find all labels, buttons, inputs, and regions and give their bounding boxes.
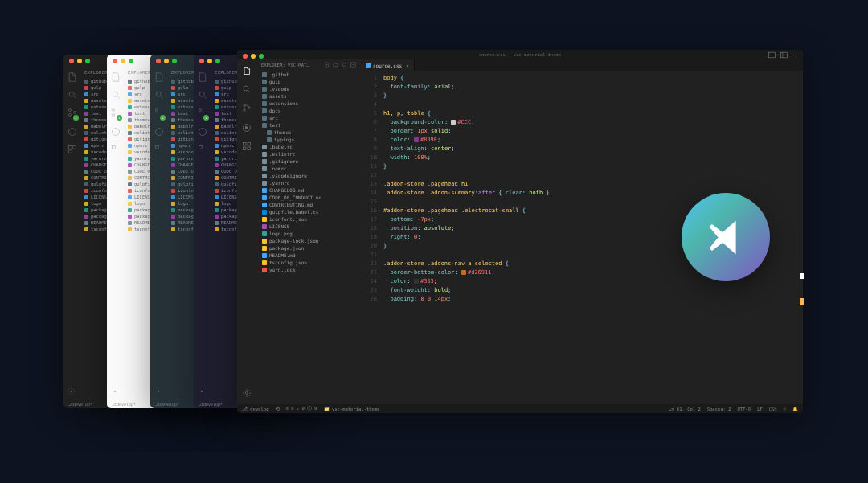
code-line[interactable]: h1, p, table {: [383, 109, 803, 118]
gear-icon: [111, 387, 119, 395]
file-tree-item[interactable]: test: [260, 121, 358, 129]
status-ln-col[interactable]: Ln 61, Col 2: [669, 407, 701, 411]
status-problems[interactable]: ⊘ 0 ⚠ 0 ⓘ 0: [286, 406, 317, 411]
status-eol[interactable]: LF: [757, 407, 763, 411]
maximize-window-icon[interactable]: [259, 54, 264, 59]
file-tree-item[interactable]: .eslintrc: [260, 150, 358, 158]
file-name: .yarnrc: [269, 179, 289, 186]
refresh-icon[interactable]: [342, 62, 347, 68]
code-line[interactable]: width: 100%;: [383, 153, 803, 162]
status-spaces[interactable]: Spaces: 2: [707, 407, 731, 411]
file-tree-item[interactable]: package-lock.json: [260, 237, 358, 244]
line-gutter: 1234567891011121314151617181920212223242…: [361, 74, 383, 404]
file-name: extensions: [269, 100, 298, 107]
line-number: 15: [361, 198, 377, 207]
code-line[interactable]: padding: 0 0 14px;: [383, 295, 803, 304]
new-file-icon[interactable]: [324, 62, 330, 68]
file-tree-item[interactable]: CODE_OF_CONDUCT.md: [260, 194, 358, 201]
more-icon[interactable]: [792, 51, 800, 59]
file-tree-item[interactable]: iconfont.json: [260, 215, 358, 223]
status-branch[interactable]: ⎇ develop: [242, 407, 269, 411]
code-line[interactable]: body {: [383, 74, 803, 83]
folder-icon: [262, 80, 267, 84]
file-tree-item[interactable]: package.json: [260, 244, 358, 252]
file-tree-item[interactable]: typings: [260, 136, 358, 143]
file-tree[interactable]: .githubgulp.vscodeassetsextensionsdocssr…: [256, 70, 361, 274]
close-tab-icon[interactable]: ×: [406, 63, 409, 68]
close-window-icon[interactable]: [243, 54, 248, 59]
file-tree-item[interactable]: .gitignore: [260, 158, 358, 165]
file-tree-item[interactable]: CONTRIBUTING.md: [260, 201, 358, 208]
line-number: 17: [361, 215, 377, 224]
code-line[interactable]: .addon-store .pagehead h1: [383, 180, 803, 189]
layout-icon[interactable]: [780, 51, 788, 59]
file-name: .babelrc: [269, 143, 293, 150]
file-tree-item[interactable]: yarn.lock: [260, 266, 358, 273]
status-sync-icon[interactable]: ⟲: [276, 407, 280, 411]
file-tree-item[interactable]: tsconfig.json: [260, 259, 358, 266]
code-line[interactable]: text-align: center;: [383, 145, 803, 153]
new-folder-icon[interactable]: [333, 62, 338, 68]
marker: [800, 273, 804, 279]
file-tree-item[interactable]: .vscodeignore: [260, 172, 358, 179]
file-tree-item[interactable]: assets: [260, 92, 358, 100]
code-line[interactable]: [383, 100, 803, 109]
code-line[interactable]: color: #839F;: [383, 136, 803, 145]
file-tree-item[interactable]: LICENSE: [260, 223, 358, 230]
svg-point-8: [71, 391, 73, 393]
css-file-icon: [366, 63, 371, 68]
status-encoding[interactable]: UTF-8: [738, 407, 751, 411]
activity-bar: [237, 59, 256, 404]
svg-point-19: [158, 391, 160, 393]
minimize-window-icon[interactable]: [251, 54, 256, 59]
tab-source-css[interactable]: source.css ×: [361, 59, 415, 71]
folder-icon: [262, 123, 267, 128]
split-editor-icon[interactable]: [768, 51, 776, 59]
line-number: 10: [361, 153, 377, 162]
code-line[interactable]: font-family: arial;: [383, 83, 803, 92]
extensions-icon[interactable]: [242, 141, 252, 151]
code-line[interactable]: border: 1px solid;: [383, 127, 803, 136]
file-tree-item[interactable]: .babelrc: [260, 143, 358, 150]
window-title: source.css — vsc-material-theme: [479, 52, 562, 57]
code-line[interactable]: }: [383, 162, 803, 171]
search-icon[interactable]: [242, 84, 252, 94]
svg-point-16: [156, 109, 158, 112]
vscode-logo-icon: [704, 215, 748, 260]
files-icon[interactable]: [242, 66, 252, 76]
file-tree-item[interactable]: .vscode: [260, 85, 358, 92]
file-tree-item[interactable]: .npmrc: [260, 165, 358, 172]
status-bell-icon[interactable]: 🔔: [792, 407, 798, 411]
status-path: 📁 vsc-material-theme: [324, 407, 380, 411]
debug-icon[interactable]: [242, 123, 252, 133]
svg-point-4: [69, 129, 76, 136]
explorer-header: EXPLORER: VSC-MAT…: [256, 59, 361, 70]
status-language[interactable]: CSS: [769, 407, 777, 411]
file-tree-item[interactable]: logo.png: [260, 230, 358, 237]
file-tree-item[interactable]: themes: [260, 129, 358, 136]
extensions-icon: [111, 145, 121, 154]
code-line[interactable]: }: [383, 92, 803, 100]
file-tree-item[interactable]: .github: [260, 71, 358, 78]
svg-rect-18: [156, 146, 159, 149]
file-tree-item[interactable]: README.md: [260, 252, 358, 259]
file-tree-item[interactable]: CHANGELOG.md: [260, 186, 358, 194]
line-number: 18: [361, 224, 377, 233]
file-tree-item[interactable]: extensions: [260, 100, 358, 107]
file-tree-item[interactable]: gulpfile.babel.ts: [260, 208, 358, 215]
file-tree-item[interactable]: src: [260, 114, 358, 121]
file-tree-item[interactable]: docs: [260, 107, 358, 114]
code-line[interactable]: background-color: #CCC;: [383, 118, 803, 127]
collapse-icon[interactable]: [350, 62, 356, 68]
file-tree-item[interactable]: gulp: [260, 78, 358, 85]
mini-activity-bar: 1: [63, 68, 81, 408]
file-tree-item[interactable]: .yarnrc: [260, 179, 358, 186]
status-feedback-icon[interactable]: ☺: [784, 407, 786, 411]
file-name: src: [269, 114, 278, 121]
file-name: .vscodeignore: [269, 172, 307, 179]
gear-icon[interactable]: [242, 388, 252, 398]
code-line[interactable]: [383, 171, 803, 180]
scm-icon[interactable]: [242, 103, 252, 113]
code-line[interactable]: font-weight: bold;: [383, 286, 803, 295]
line-number: 12: [361, 171, 377, 180]
